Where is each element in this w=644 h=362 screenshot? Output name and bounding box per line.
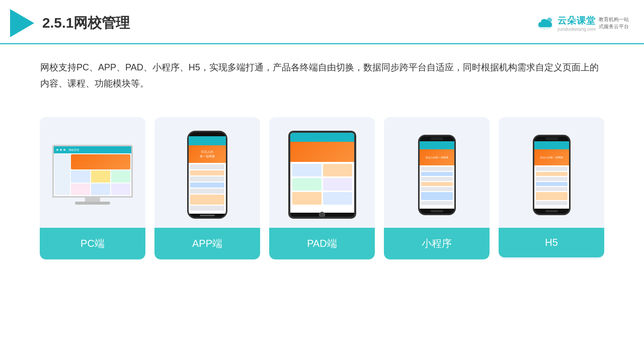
page-title: 2.5.1网校管理 [42,14,130,33]
card-app: 职达人的第一堂网课 APP端 [154,117,260,259]
pc-mockup: 网校管理 [50,145,135,205]
card-mini-image: 职达人的第一堂网课 [384,117,490,228]
card-app-label: APP端 [154,228,260,259]
card-mini-label: 小程序 [384,228,490,259]
brand-name-row: 云朵课堂 yunduoketang.com 教育机构一站 式服务云平台 [536,15,629,32]
mini-phone-mock-h5: 职达人的第一堂网课 [533,135,571,215]
card-pad: PAD端 [269,117,375,259]
brand-name-cn: 云朵课堂 [557,15,596,27]
card-pc-image: 网校管理 [40,117,145,228]
brand-domain: yunduoketang.com [557,27,596,32]
brand-slogan: 教育机构一站 式服务云平台 [599,16,629,30]
card-h5-image: 职达人的第一堂网课 [499,117,604,228]
card-h5: 职达人的第一堂网课 H5 [499,117,604,259]
logo-triangle-icon [10,9,34,37]
cloud-icon [536,16,554,30]
card-pc: 网校管理 [40,117,145,259]
card-mini: 职达人的第一堂网课 小程序 [384,117,490,259]
brand-logo: 云朵课堂 yunduoketang.com 教育机构一站 式服务云平台 [536,15,629,32]
card-pc-label: PC端 [40,228,145,259]
header: 2.5.1网校管理 云朵课堂 yunduoketang.com 教育机构一站 式… [0,0,644,44]
mini-phone-mock: 职达人的第一堂网课 [418,135,456,215]
platform-cards: 网校管理 [0,107,644,269]
card-pad-image [269,117,375,228]
tablet-mockup [288,131,356,219]
card-pad-label: PAD端 [269,228,375,259]
phone-mockup-app: 职达人的第一堂网课 [187,131,227,219]
card-h5-label: H5 [499,228,604,257]
card-app-image: 职达人的第一堂网课 [154,117,260,228]
svg-point-1 [547,18,552,23]
description-text: 网校支持PC、APP、PAD、小程序、H5，实现多端打通，产品各终端自由切换，数… [0,44,644,102]
header-left: 2.5.1网校管理 [10,9,130,37]
